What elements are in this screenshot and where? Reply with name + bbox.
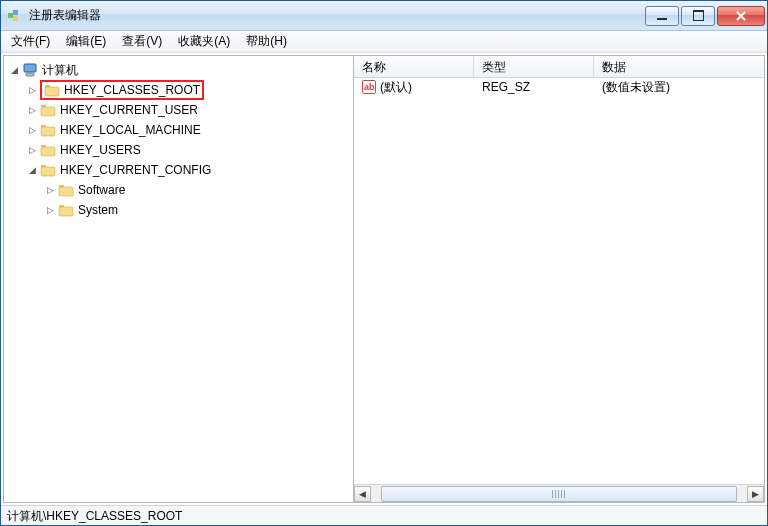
list-pane: 名称 类型 数据 ab (默认) REG_SZ (数值未设置) bbox=[354, 56, 764, 502]
tree-node-computer[interactable]: ◢ 计算机 bbox=[4, 60, 353, 80]
folder-icon bbox=[40, 162, 56, 178]
tree-node-hklm[interactable]: ▷ HKEY_LOCAL_MACHINE bbox=[22, 120, 353, 140]
svg-rect-4 bbox=[26, 73, 34, 76]
collapse-icon[interactable]: ◢ bbox=[26, 164, 38, 176]
menu-edit[interactable]: 编辑(E) bbox=[58, 31, 114, 52]
tree-label-hkcc: HKEY_CURRENT_CONFIG bbox=[60, 163, 211, 177]
string-value-icon: ab bbox=[362, 80, 376, 94]
svg-rect-2 bbox=[13, 16, 18, 21]
horizontal-scrollbar[interactable]: ◀ ▶ bbox=[354, 484, 764, 502]
titlebar: 注册表编辑器 bbox=[1, 1, 767, 31]
tree-node-hku[interactable]: ▷ HKEY_USERS bbox=[22, 140, 353, 160]
value-name: (默认) bbox=[380, 79, 412, 96]
folder-icon bbox=[44, 82, 60, 98]
tree-label-system: System bbox=[78, 203, 118, 217]
svg-rect-3 bbox=[24, 64, 36, 72]
menubar: 文件(F) 编辑(E) 查看(V) 收藏夹(A) 帮助(H) bbox=[1, 31, 767, 53]
computer-icon bbox=[22, 62, 38, 78]
column-header-data[interactable]: 数据 bbox=[594, 56, 764, 77]
tree-label-hkcr: HKEY_CLASSES_ROOT bbox=[64, 83, 200, 97]
folder-icon bbox=[58, 182, 74, 198]
list-header: 名称 类型 数据 bbox=[354, 56, 764, 78]
list-row[interactable]: ab (默认) REG_SZ (数值未设置) bbox=[354, 78, 764, 96]
expand-icon[interactable]: ▷ bbox=[26, 104, 38, 116]
regedit-app-icon bbox=[7, 8, 23, 24]
svg-rect-8 bbox=[41, 107, 55, 116]
tree-label-computer: 计算机 bbox=[42, 62, 78, 79]
svg-rect-1 bbox=[13, 10, 18, 15]
tree-node-hkcc[interactable]: ◢ HKEY_CURRENT_CONFIG bbox=[22, 160, 353, 180]
expand-icon[interactable]: ▷ bbox=[44, 204, 56, 216]
svg-rect-12 bbox=[41, 147, 55, 156]
folder-icon bbox=[58, 202, 74, 218]
menu-view[interactable]: 查看(V) bbox=[114, 31, 170, 52]
svg-rect-18 bbox=[59, 207, 73, 216]
svg-rect-14 bbox=[41, 167, 55, 176]
scroll-thumb[interactable] bbox=[381, 486, 737, 502]
tree-label-hku: HKEY_USERS bbox=[60, 143, 141, 157]
value-data: (数值未设置) bbox=[594, 79, 764, 96]
column-header-name[interactable]: 名称 bbox=[354, 56, 474, 77]
content-area: ◢ 计算机 ▷ bbox=[3, 55, 765, 503]
expand-icon[interactable]: ▷ bbox=[26, 144, 38, 156]
tree-node-hkcu[interactable]: ▷ HKEY_CURRENT_USER bbox=[22, 100, 353, 120]
folder-icon bbox=[40, 122, 56, 138]
maximize-button[interactable] bbox=[681, 6, 715, 26]
close-button[interactable] bbox=[717, 6, 765, 26]
tree-node-system[interactable]: ▷ System bbox=[40, 200, 353, 220]
expand-icon[interactable]: ▷ bbox=[44, 184, 56, 196]
tree-label-hklm: HKEY_LOCAL_MACHINE bbox=[60, 123, 201, 137]
status-path: 计算机\HKEY_CLASSES_ROOT bbox=[7, 509, 182, 523]
column-header-type[interactable]: 类型 bbox=[474, 56, 594, 77]
value-type: REG_SZ bbox=[474, 80, 594, 94]
scroll-track[interactable] bbox=[371, 486, 747, 502]
folder-icon bbox=[40, 102, 56, 118]
window-title: 注册表编辑器 bbox=[29, 7, 645, 24]
svg-rect-10 bbox=[41, 127, 55, 136]
scroll-right-button[interactable]: ▶ bbox=[747, 486, 764, 502]
list-body[interactable]: ab (默认) REG_SZ (数值未设置) bbox=[354, 78, 764, 484]
svg-rect-6 bbox=[45, 87, 59, 96]
expand-icon[interactable]: ▷ bbox=[26, 84, 38, 96]
tree-pane[interactable]: ◢ 计算机 ▷ bbox=[4, 56, 354, 502]
collapse-icon[interactable]: ◢ bbox=[8, 64, 20, 76]
minimize-button[interactable] bbox=[645, 6, 679, 26]
window-controls bbox=[645, 6, 765, 26]
highlight-hkcr: HKEY_CLASSES_ROOT bbox=[40, 80, 204, 100]
menu-help[interactable]: 帮助(H) bbox=[238, 31, 295, 52]
menu-favorites[interactable]: 收藏夹(A) bbox=[170, 31, 238, 52]
statusbar: 计算机\HKEY_CLASSES_ROOT bbox=[1, 505, 767, 525]
svg-text:ab: ab bbox=[364, 82, 375, 92]
tree-node-software[interactable]: ▷ Software bbox=[40, 180, 353, 200]
expand-icon[interactable]: ▷ bbox=[26, 124, 38, 136]
tree-node-hkcr[interactable]: ▷ HKEY_CLASSES_ROOT bbox=[22, 80, 353, 100]
scroll-left-button[interactable]: ◀ bbox=[354, 486, 371, 502]
folder-icon bbox=[40, 142, 56, 158]
svg-rect-16 bbox=[59, 187, 73, 196]
registry-editor-window: 注册表编辑器 文件(F) 编辑(E) 查看(V) 收藏夹(A) 帮助(H) ◢ bbox=[0, 0, 768, 526]
svg-rect-0 bbox=[8, 13, 13, 18]
menu-file[interactable]: 文件(F) bbox=[3, 31, 58, 52]
tree-label-software: Software bbox=[78, 183, 125, 197]
close-icon bbox=[735, 10, 747, 22]
tree-label-hkcu: HKEY_CURRENT_USER bbox=[60, 103, 198, 117]
